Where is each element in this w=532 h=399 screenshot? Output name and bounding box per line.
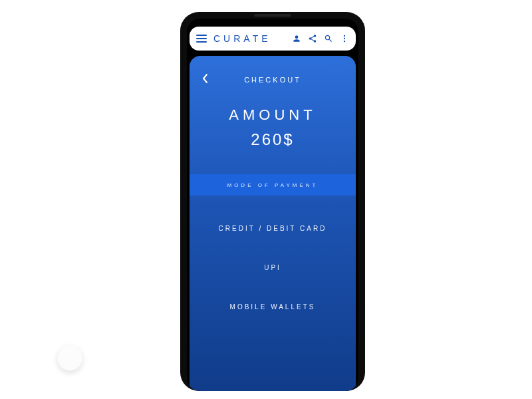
phone-screen-area: CURATE CHECKOUT — [187, 19, 358, 391]
checkout-screen: CHECKOUT AMOUNT 260$ MODE OF PAYMENT CRE… — [190, 56, 356, 391]
svg-point-2 — [344, 41, 345, 42]
top-app-bar: CURATE — [190, 27, 356, 51]
mode-of-payment-header: MODE OF PAYMENT — [190, 174, 356, 196]
topbar-actions — [292, 34, 349, 43]
option-upi[interactable]: UPI — [190, 264, 356, 271]
phone-speaker — [254, 14, 291, 17]
screen-header: CHECKOUT — [190, 56, 356, 86]
svg-point-1 — [344, 38, 345, 39]
svg-point-0 — [344, 35, 345, 37]
more-icon[interactable] — [340, 34, 349, 43]
share-icon[interactable] — [308, 34, 317, 43]
phone-frame: CURATE CHECKOUT — [180, 12, 365, 391]
amount-value: 260$ — [190, 130, 356, 149]
option-card[interactable]: CREDIT / DEBIT CARD — [190, 225, 356, 232]
floating-circle — [57, 346, 82, 371]
option-wallets[interactable]: MOBILE WALLETS — [190, 303, 356, 311]
payment-options: CREDIT / DEBIT CARD UPI MOBILE WALLETS — [190, 196, 356, 391]
person-icon[interactable] — [292, 34, 301, 43]
page-title: CHECKOUT — [201, 76, 344, 84]
menu-icon[interactable] — [196, 35, 207, 43]
app-title: CURATE — [213, 33, 292, 44]
amount-block: AMOUNT 260$ — [190, 106, 356, 149]
search-icon[interactable] — [324, 34, 333, 43]
mode-label: MODE OF PAYMENT — [227, 182, 318, 188]
amount-label: AMOUNT — [190, 106, 356, 124]
